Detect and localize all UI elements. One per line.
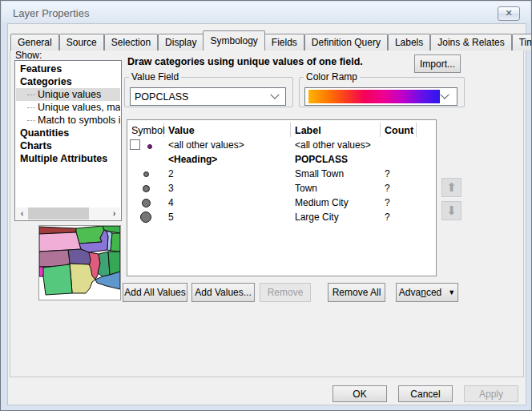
tab-display[interactable]: Display xyxy=(158,34,204,50)
count-cell: ? xyxy=(381,197,417,208)
column-header-label[interactable]: Label xyxy=(291,123,381,137)
label-cell: Small Town xyxy=(291,168,381,179)
ok-button[interactable]: OK xyxy=(332,385,387,402)
map-preview xyxy=(39,226,120,300)
tab-time[interactable]: Time xyxy=(512,34,532,50)
close-button[interactable]: ✕ xyxy=(498,6,520,21)
titlebar[interactable]: Layer Properties ✕ xyxy=(2,2,530,23)
column-header-count[interactable]: Count xyxy=(381,123,417,137)
tab-joins-relates[interactable]: Joins & Relates xyxy=(430,34,511,50)
all-other-values-checkbox[interactable] xyxy=(130,139,140,150)
window-title: Layer Properties xyxy=(13,7,89,19)
tab-source[interactable]: Source xyxy=(59,34,104,50)
count-cell: ? xyxy=(381,183,417,194)
dropdown-caret-icon: ▼ xyxy=(448,288,455,296)
count-cell: ? xyxy=(381,168,417,179)
color-ramp-label: Color Ramp xyxy=(304,71,360,83)
tab-fields[interactable]: Fields xyxy=(264,34,304,50)
symbol-cell xyxy=(127,167,164,181)
show-item-unique-values[interactable]: Unique values xyxy=(16,88,120,101)
dialog-body: GeneralSourceSelectionDisplaySymbologyFi… xyxy=(7,23,526,405)
value-field-dropdown[interactable]: POPCLASS xyxy=(130,87,286,106)
column-header-value[interactable]: Value xyxy=(164,123,291,137)
map-preview-image xyxy=(39,226,120,300)
table-header: SymbolValueLabelCount xyxy=(127,120,436,138)
value-cell: <all other values> xyxy=(164,139,291,151)
tab-strip: GeneralSourceSelectionDisplaySymbologyFi… xyxy=(10,30,523,50)
column-header-symbol[interactable]: Symbol xyxy=(127,123,164,137)
tab-symbology[interactable]: Symbology xyxy=(203,30,264,50)
table-row[interactable]: 4Medium City? xyxy=(127,195,436,210)
tab-page-symbology: Show: FeaturesCategoriesUnique valuesUni… xyxy=(10,50,524,377)
apply-button[interactable]: Apply xyxy=(464,385,518,402)
color-ramp-group: Color Ramp xyxy=(299,71,465,107)
symbol-circle-icon[interactable] xyxy=(143,171,149,177)
label-cell: <all other values> xyxy=(291,139,381,151)
value-field-label: Value Field xyxy=(129,71,181,83)
value-cell: 4 xyxy=(164,197,291,208)
color-ramp-gradient xyxy=(308,90,440,103)
value-cell: 2 xyxy=(164,168,291,179)
tab-general[interactable]: General xyxy=(10,34,59,50)
tab-labels[interactable]: Labels xyxy=(388,34,430,50)
tab-selection[interactable]: Selection xyxy=(104,34,158,50)
show-item-multiple-attributes[interactable]: Multiple Attributes xyxy=(16,152,120,165)
move-down-button[interactable]: ⬇ xyxy=(441,201,461,220)
add-all-values-button[interactable]: Add All Values xyxy=(123,283,187,302)
symbol-circle-icon[interactable] xyxy=(140,212,151,223)
scroll-left-icon[interactable]: ‹ xyxy=(16,208,28,220)
table-row[interactable]: <all other values><all other values> xyxy=(127,138,436,152)
label-cell: POPCLASS xyxy=(291,154,381,165)
values-table[interactable]: SymbolValueLabelCount <all other values>… xyxy=(127,119,437,276)
horizontal-scrollbar[interactable]: ‹ › xyxy=(16,208,120,220)
value-cell: 5 xyxy=(164,212,291,223)
label-cell: Medium City xyxy=(291,197,381,208)
show-list-items: FeaturesCategoriesUnique valuesUnique va… xyxy=(16,62,120,208)
value-cell: 3 xyxy=(164,183,291,194)
scrollbar-track[interactable] xyxy=(28,208,108,220)
label-cell: Large City xyxy=(291,212,381,223)
show-item-match-to-symbols-in-a[interactable]: Match to symbols in a xyxy=(16,114,120,127)
scrollbar-thumb[interactable] xyxy=(28,208,89,220)
value-field-value: POPCLASS xyxy=(135,91,272,103)
symbol-cell xyxy=(127,152,164,167)
show-item-features[interactable]: Features xyxy=(16,62,120,75)
symbol-circle-icon[interactable] xyxy=(142,199,151,208)
chevron-down-icon xyxy=(270,90,279,99)
count-cell: ? xyxy=(381,212,417,223)
tab-definition-query[interactable]: Definition Query xyxy=(304,34,388,50)
remove-all-button[interactable]: Remove All xyxy=(328,283,385,302)
move-up-button[interactable]: ⬆ xyxy=(441,178,461,197)
symbol-cell xyxy=(127,181,164,195)
color-ramp-dropdown[interactable] xyxy=(304,87,457,106)
label-cell: Town xyxy=(291,183,381,194)
symbol-dot-icon[interactable] xyxy=(147,144,152,149)
chevron-down-icon xyxy=(440,90,449,99)
table-row[interactable]: 5Large City? xyxy=(127,210,436,224)
table-body: <all other values><all other values><Hea… xyxy=(127,138,436,224)
table-row[interactable]: 2Small Town? xyxy=(127,167,436,181)
value-field-group: Value Field POPCLASS xyxy=(124,71,293,107)
method-description: Draw categories using unique values of o… xyxy=(127,56,363,67)
symbol-cell xyxy=(127,195,164,210)
symbol-cell xyxy=(127,138,164,152)
show-item-categories[interactable]: Categories xyxy=(16,75,120,88)
show-item-quantities[interactable]: Quantities xyxy=(16,127,120,139)
layer-properties-dialog: Layer Properties ✕ GeneralSourceSelectio… xyxy=(0,0,532,411)
show-item-unique-values-many[interactable]: Unique values, many xyxy=(16,101,120,114)
symbol-cell xyxy=(127,210,164,224)
table-row[interactable]: 3Town? xyxy=(127,181,436,195)
value-cell: <Heading> xyxy=(164,154,291,165)
table-row[interactable]: <Heading>POPCLASS xyxy=(127,152,436,167)
cancel-button[interactable]: Cancel xyxy=(398,385,453,402)
show-label: Show: xyxy=(14,50,43,61)
show-item-charts[interactable]: Charts xyxy=(16,139,120,152)
scroll-right-icon[interactable]: › xyxy=(108,208,120,220)
remove-button[interactable]: Remove xyxy=(260,283,311,302)
advanced-button[interactable]: Advanced▼ xyxy=(396,283,458,302)
show-listbox[interactable]: FeaturesCategoriesUnique valuesUnique va… xyxy=(14,60,122,221)
symbol-circle-icon[interactable] xyxy=(143,185,150,192)
add-values--button[interactable]: Add Values... xyxy=(191,283,255,302)
import-button[interactable]: Import... xyxy=(414,54,461,73)
